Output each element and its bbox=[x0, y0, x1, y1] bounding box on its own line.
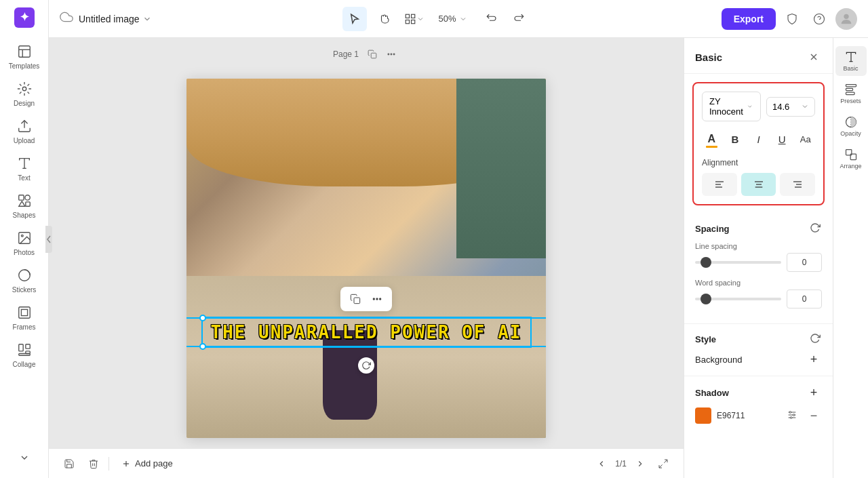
panel-content-basic: Basic ZY Innocent 14.6 bbox=[684, 38, 833, 478]
zoom-button[interactable]: 50% bbox=[432, 11, 474, 26]
redo-icon bbox=[513, 13, 525, 25]
case-button[interactable]: Aa bbox=[795, 128, 815, 150]
style-reset-button[interactable] bbox=[808, 332, 822, 346]
sidebar-item-collage[interactable]: Collage bbox=[0, 336, 48, 374]
file-title[interactable]: Untitled image bbox=[79, 14, 152, 24]
canvas-text-area[interactable]: the unparalled power of AI bbox=[186, 317, 546, 348]
photos-label: Photos bbox=[14, 249, 35, 256]
align-center-button[interactable] bbox=[741, 173, 776, 196]
add-page-button[interactable]: Add page bbox=[115, 456, 180, 471]
canvas-text-element[interactable]: the unparalled power of AI bbox=[211, 322, 522, 342]
shadow-remove-button[interactable]: − bbox=[806, 407, 822, 424]
line-spacing-thumb[interactable] bbox=[701, 257, 711, 268]
canvas-frame[interactable]: the unparalled power of AI bbox=[186, 79, 546, 438]
align-left-button[interactable] bbox=[702, 173, 737, 196]
text-selection-box[interactable]: the unparalled power of AI bbox=[201, 317, 532, 348]
svg-text:✦: ✦ bbox=[20, 11, 29, 23]
float-copy-button[interactable] bbox=[346, 290, 365, 308]
sidebar-item-stickers[interactable]: Stickers bbox=[0, 262, 48, 299]
font-name-value: ZY Innocent bbox=[709, 96, 747, 117]
view-options-button[interactable] bbox=[402, 7, 427, 31]
cursor-icon bbox=[349, 13, 361, 25]
redo-button[interactable] bbox=[507, 7, 531, 31]
underline-button[interactable]: U bbox=[772, 128, 792, 150]
avatar[interactable] bbox=[835, 8, 857, 30]
canva-logo-icon: ✦ bbox=[14, 7, 35, 28]
shadow-adjust-button[interactable] bbox=[784, 407, 800, 424]
next-page-button[interactable] bbox=[632, 456, 648, 472]
line-spacing-control: 0 bbox=[695, 253, 822, 272]
select-tool-button[interactable] bbox=[342, 7, 367, 31]
svg-rect-0 bbox=[406, 14, 409, 18]
frames-icon bbox=[16, 304, 33, 321]
templates-icon bbox=[16, 43, 33, 60]
sidebar-item-upload[interactable]: Upload bbox=[0, 113, 48, 150]
bottom-delete-button[interactable] bbox=[84, 454, 103, 473]
shadow-color-swatch[interactable] bbox=[695, 407, 711, 424]
shield-icon-button[interactable] bbox=[781, 8, 803, 30]
app-logo[interactable]: ✦ bbox=[12, 5, 37, 30]
font-size-select[interactable]: 14.6 bbox=[766, 97, 815, 117]
shield-icon bbox=[786, 13, 798, 25]
panel-icon-opacity[interactable]: Opacity bbox=[835, 111, 867, 141]
grid-icon bbox=[404, 13, 416, 25]
sidebar-item-photos[interactable]: Photos bbox=[0, 224, 48, 262]
line-spacing-row: Line spacing 0 bbox=[695, 242, 822, 272]
photos-icon bbox=[16, 230, 33, 246]
bottom-save-button[interactable] bbox=[60, 454, 79, 473]
spacing-reset-button[interactable] bbox=[808, 222, 822, 235]
add-background-button[interactable]: + bbox=[806, 351, 822, 367]
page-duplicate-button[interactable] bbox=[364, 46, 380, 62]
chevron-down-icon bbox=[416, 15, 425, 23]
sidebar-item-text[interactable]: Text bbox=[0, 150, 48, 187]
page-more-button[interactable] bbox=[383, 46, 399, 62]
prev-page-button[interactable] bbox=[593, 456, 610, 472]
resize-handle-tl[interactable] bbox=[199, 315, 206, 321]
add-shadow-button[interactable]: + bbox=[806, 384, 822, 401]
canvas-container: Page 1 bbox=[49, 38, 684, 478]
panel-icon-basic[interactable]: Basic bbox=[835, 46, 867, 76]
font-family-select[interactable]: ZY Innocent bbox=[702, 92, 761, 121]
panel-icon-presets[interactable]: Presets bbox=[835, 79, 867, 108]
panel-icon-arrange[interactable]: Arrange bbox=[835, 144, 867, 174]
line-spacing-track[interactable] bbox=[695, 261, 781, 264]
svg-rect-29 bbox=[371, 53, 376, 58]
fullscreen-button[interactable] bbox=[654, 454, 673, 473]
sidebar-item-shapes[interactable]: Shapes bbox=[0, 187, 48, 224]
sidebar-item-frames[interactable]: Frames bbox=[0, 299, 48, 336]
more-dots-icon bbox=[372, 294, 382, 304]
rotate-handle[interactable] bbox=[358, 357, 374, 374]
svg-point-34 bbox=[373, 298, 374, 300]
close-icon bbox=[808, 52, 819, 62]
bold-button[interactable]: B bbox=[726, 128, 745, 150]
float-more-button[interactable] bbox=[368, 290, 387, 308]
basic-options-section: ZY Innocent 14.6 A B I U Aa bbox=[692, 82, 825, 205]
text-color-button[interactable]: A bbox=[702, 128, 722, 150]
bottom-bar: Add page 1/1 bbox=[49, 448, 684, 478]
opacity-icon bbox=[844, 115, 858, 129]
chevron-down-icon bbox=[459, 15, 467, 23]
word-spacing-thumb[interactable] bbox=[701, 294, 711, 304]
line-spacing-label: Line spacing bbox=[695, 242, 822, 250]
sidebar-expand-button[interactable] bbox=[15, 448, 34, 467]
sidebar-collapse-handle[interactable] bbox=[45, 226, 52, 253]
templates-label: Templates bbox=[9, 62, 40, 70]
hand-tool-button[interactable] bbox=[372, 7, 397, 31]
help-button[interactable] bbox=[808, 8, 830, 30]
word-spacing-track[interactable] bbox=[695, 298, 781, 300]
rotate-icon bbox=[361, 361, 371, 370]
text-label: Text bbox=[18, 174, 30, 182]
shadow-title: Shadow bbox=[695, 388, 729, 398]
align-left-icon bbox=[714, 179, 725, 190]
word-spacing-control: 0 bbox=[695, 290, 822, 308]
italic-button[interactable]: I bbox=[749, 128, 768, 150]
panel-close-button[interactable] bbox=[806, 49, 822, 65]
stickers-icon bbox=[16, 267, 33, 283]
resize-handle-bl[interactable] bbox=[199, 343, 206, 350]
chevron-left-icon bbox=[597, 459, 606, 469]
sidebar-item-design[interactable]: Design bbox=[0, 75, 48, 113]
undo-button[interactable] bbox=[479, 7, 504, 31]
export-button[interactable]: Export bbox=[722, 8, 776, 30]
sidebar-item-templates[interactable]: Templates bbox=[0, 38, 48, 75]
align-right-button[interactable] bbox=[780, 173, 815, 196]
